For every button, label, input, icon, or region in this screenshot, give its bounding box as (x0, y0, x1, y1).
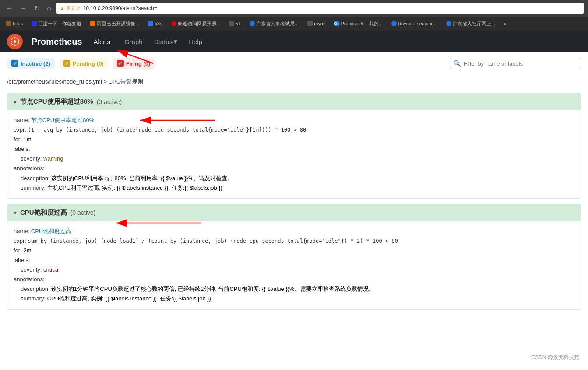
tab-guangdong-exam[interactable]: 广东省人事考试局... (246, 19, 302, 29)
name-link-1[interactable]: 节点CPU使用率超过80% (31, 117, 94, 123)
search-input[interactable] (464, 60, 577, 67)
name-link-2[interactable]: CPU饱和度过高 (31, 228, 71, 234)
nav-help[interactable]: Help (186, 36, 205, 47)
alert-group-1: ▾ 节点CPU使用率超过80% (0 active) name: 节点CPU使用… (7, 93, 581, 199)
breadcrumb: /etc/prometheus/rules/node_rules.yml > C… (7, 74, 581, 89)
browser-tabs: lotus 百度一下，你就知道 阿里巴巴开源镜像... k8s 欢迎访问网易开源… (0, 17, 588, 31)
desc-row-2: description: 该实例的1分钟平均CPU负载超过了核心数的两倍, 已经… (14, 284, 574, 294)
alert-group-2-header[interactable]: ▾ CPU饱和度过高 (0 active) (7, 204, 581, 221)
chevron-group1: ▾ (14, 98, 17, 105)
expr-row-2: expr: sum by (instance, job) (node_load1… (14, 236, 574, 246)
svg-point-1 (14, 40, 16, 43)
nav-graph[interactable]: Graph (122, 36, 145, 47)
filter-firing[interactable]: ✓ Firing (0) (113, 58, 155, 69)
severity-row-1: severity: warning (14, 154, 574, 164)
prometheus-navbar: Prometheus Alerts Graph Status ▾ Help (0, 31, 588, 52)
alert-group-2: ▾ CPU饱和度过高 (0 active) name: CPU饱和度过高 exp… (7, 204, 581, 310)
tab-rsync[interactable]: rsync (304, 19, 329, 28)
address-bar[interactable]: ▲ 不安全 10.10.0.20:9090/alerts?search= (56, 3, 584, 14)
inactive-label: Inactive (2) (21, 60, 50, 67)
filter-inactive[interactable]: ✓ Inactive (2) (7, 58, 55, 69)
firing-label: Firing (0) (126, 60, 151, 67)
filter-pending[interactable]: ✓ Pending (0) (59, 58, 108, 69)
for-row-1: for: 1m (14, 135, 574, 144)
forward-button[interactable]: → (18, 3, 29, 14)
summary-row-1: summary: 主机CPU利用率过高, 实例: {{ $labels.inst… (14, 183, 574, 193)
alert-group-1-count: (0 active) (97, 98, 122, 105)
expr-row-1: expr: (1 - avg by (instance, job) (irate… (14, 125, 574, 135)
alert-group-1-body: name: 节点CPU使用率超过80% expr: (1 - avg by (i… (7, 110, 581, 198)
name-row-1: name: 节点CPU使用率超过80% (14, 115, 574, 125)
prometheus-title: Prometheus (32, 37, 82, 47)
summary-row-2: summary: CPU饱和度过高, 实例: {{ $labels.instan… (14, 294, 574, 304)
labels-row-2: labels: (14, 255, 574, 265)
inactive-check: ✓ (11, 60, 18, 67)
desc-row-1: description: 该实例的CPU利用率高于80%, 当前利用率: {{ … (14, 174, 574, 183)
alert-group-1-header[interactable]: ▾ 节点CPU使用率超过80% (0 active) (7, 93, 581, 110)
refresh-button[interactable]: ↻ (32, 3, 42, 14)
for-row-2: for: 2m (14, 246, 574, 255)
nav-status[interactable]: Status ▾ (154, 38, 178, 45)
watermark: CSDN @景天科技苑 (531, 354, 579, 361)
firing-check: ✓ (117, 60, 124, 67)
pending-label: Pending (0) (73, 60, 104, 67)
tab-baidu[interactable]: 百度一下，你就知道 (28, 19, 85, 29)
alert-group-1-title: 节点CPU使用率超过80% (20, 98, 93, 106)
annotations-row-2: annotations: (14, 275, 574, 284)
search-box[interactable]: 🔍 (450, 58, 581, 69)
home-button[interactable]: ⌂ (45, 3, 53, 14)
tab-rsync-sersync[interactable]: Rsync + sersync... (388, 19, 441, 28)
alert-group-2-count: (0 active) (70, 209, 96, 216)
severity-row-2: severity: critical (14, 265, 574, 275)
severity-value-1: warning (43, 155, 63, 162)
tab-guangdong-social[interactable]: 广东省人社厅网上... (443, 19, 499, 29)
alert-group-2-body: name: CPU饱和度过高 expr: sum by (instance, j… (7, 221, 581, 309)
tab-k8s[interactable]: k8s (144, 19, 165, 28)
prometheus-logo (7, 34, 23, 49)
expr-code-2: sum by (instance, job) (node_load1) / (c… (28, 238, 398, 244)
security-warning: ▲ 不安全 (60, 5, 81, 12)
filter-row: ✓ Inactive (2) ✓ Pending (0) ✓ Firing (0… (7, 58, 581, 69)
address-url: 10.10.0.20:9090/alerts?search= (83, 5, 580, 11)
chevron-group2: ▾ (14, 209, 17, 216)
tab-netease[interactable]: 欢迎访问网易开源... (168, 19, 224, 29)
expr-code-1: (1 - avg by (instance, job) (irate(node_… (28, 127, 306, 133)
tab-processon[interactable]: On ProcessOn - 我的... (331, 19, 386, 29)
main-content: ✓ Inactive (2) ✓ Pending (0) ✓ Firing (0… (0, 52, 588, 320)
severity-value-2: critical (43, 266, 60, 273)
labels-row-1: labels: (14, 144, 574, 154)
tab-lotus[interactable]: lotus (3, 19, 26, 28)
nav-alerts[interactable]: Alerts (91, 36, 113, 47)
tab-more[interactable]: » (500, 19, 510, 28)
tab-51[interactable]: 51 (225, 19, 244, 28)
alert-group-2-title: CPU饱和度过高 (20, 209, 67, 217)
tab-alibaba[interactable]: 阿里巴巴开源镜像... (87, 19, 143, 29)
search-icon: 🔍 (454, 60, 461, 67)
browser-chrome: ← → ↻ ⌂ ▲ 不安全 10.10.0.20:9090/alerts?sea… (0, 0, 588, 17)
back-button[interactable]: ← (4, 3, 15, 14)
name-row-2: name: CPU饱和度过高 (14, 227, 574, 236)
pending-check: ✓ (63, 60, 70, 67)
annotations-row-1: annotations: (14, 164, 574, 173)
